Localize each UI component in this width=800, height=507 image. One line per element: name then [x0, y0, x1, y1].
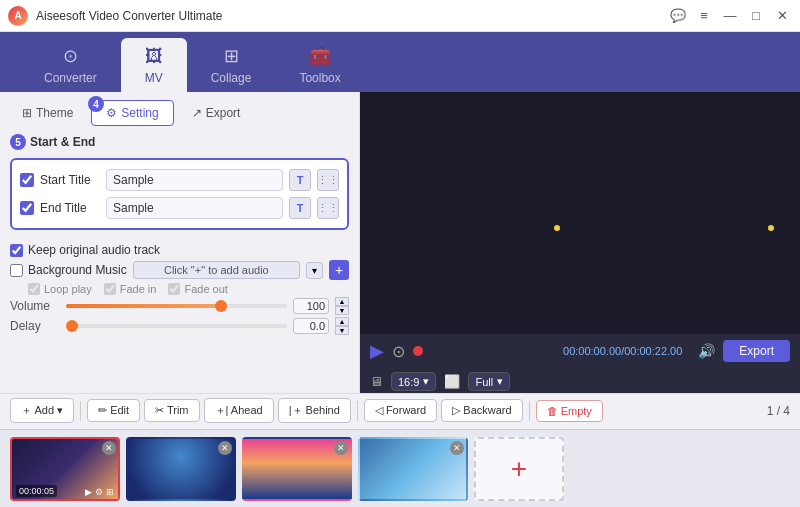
fade-in-checkbox[interactable] — [104, 283, 116, 295]
start-title-checkbox[interactable] — [20, 173, 34, 187]
start-title-label: Start Title — [40, 173, 100, 187]
backward-button[interactable]: ▷ Backward — [441, 399, 522, 422]
subtab-export[interactable]: ↗ Export — [178, 101, 255, 125]
delay-track[interactable] — [66, 324, 287, 328]
forward-button[interactable]: ◁ Forward — [364, 399, 437, 422]
start-title-input[interactable] — [106, 169, 283, 191]
behind-button[interactable]: |＋ Behind — [278, 398, 351, 423]
stop-button[interactable]: ⊙ — [392, 342, 405, 361]
converter-icon: ⊙ — [63, 45, 78, 67]
keep-audio-label[interactable]: Keep original audio track — [10, 243, 160, 257]
tab-mv[interactable]: 🖼 MV — [121, 38, 187, 92]
window-controls: 💬 ≡ — □ ✕ — [668, 6, 792, 26]
loop-play-checkbox[interactable] — [28, 283, 40, 295]
start-end-box: Start Title T ⋮⋮ End Title T ⋮⋮ — [10, 158, 349, 230]
start-title-grid-button[interactable]: ⋮⋮ — [317, 169, 339, 191]
tab-converter[interactable]: ⊙ Converter — [20, 38, 121, 92]
chat-button[interactable]: 💬 — [668, 6, 688, 26]
bg-music-checkbox[interactable] — [10, 264, 23, 277]
film-close-4[interactable]: ✕ — [450, 441, 464, 455]
film-crop-1[interactable]: ⊞ — [106, 487, 114, 497]
film-close-2[interactable]: ✕ — [218, 441, 232, 455]
film-thumb-3[interactable]: ✕ — [242, 437, 352, 501]
delay-value[interactable] — [293, 318, 329, 334]
add-audio-plus-button[interactable]: + — [329, 260, 349, 280]
aspect-select[interactable]: 16:9 ▾ — [391, 372, 436, 391]
keep-audio-checkbox[interactable] — [10, 244, 23, 257]
maximize-button[interactable]: □ — [746, 6, 766, 26]
export-preview-button[interactable]: Export — [723, 340, 790, 362]
full-select[interactable]: Full ▾ — [468, 372, 510, 391]
subtab-theme[interactable]: ⊞ Theme — [8, 101, 87, 125]
film-thumb-1[interactable]: 00:00:05 ✕ ▶ ⚙ ⊞ — [10, 437, 120, 501]
left-panel: ⊞ Theme 4 ⚙ Setting ↗ Export 5 Start & E… — [0, 92, 360, 395]
volume-fill — [66, 304, 221, 308]
bg-music-label[interactable]: Background Music — [10, 263, 127, 277]
delay-up[interactable]: ▲ — [335, 317, 349, 326]
bottom-toolbar: ＋ Add ▾ ✏ Edit ✂ Trim ＋| Ahead |＋ Behind… — [0, 393, 800, 427]
close-button[interactable]: ✕ — [772, 6, 792, 26]
volume-spinner: ▲ ▼ — [335, 297, 349, 315]
fullscreen-icon: ⬜ — [444, 374, 460, 389]
end-title-label: End Title — [40, 201, 100, 215]
separator-1 — [80, 401, 81, 421]
film-play-1[interactable]: ▶ — [85, 487, 92, 497]
end-title-checkbox[interactable] — [20, 201, 34, 215]
delay-down[interactable]: ▼ — [335, 326, 349, 335]
nav-tabs: ⊙ Converter 🖼 MV ⊞ Collage 🧰 Toolbox — [0, 32, 800, 92]
chevron-down-icon: ▾ — [423, 375, 429, 388]
add-button[interactable]: ＋ Add ▾ — [10, 398, 74, 423]
delay-label: Delay — [10, 319, 60, 333]
volume-track[interactable] — [66, 304, 287, 308]
preview-panel: ▶ ⊙ 00:00:00.00/00:00:22.00 🔊 Export 🖥 1… — [360, 92, 800, 395]
delay-row: Delay ▲ ▼ — [10, 317, 349, 335]
film-thumb-4[interactable]: ✕ — [358, 437, 468, 501]
film-time-1: 00:00:05 — [16, 485, 57, 497]
audio-dropdown[interactable]: ▾ — [306, 262, 323, 279]
empty-button[interactable]: 🗑 Empty — [536, 400, 603, 422]
app-title: Aiseesoft Video Converter Ultimate — [36, 9, 668, 23]
app-logo: A — [8, 6, 28, 26]
start-title-text-button[interactable]: T — [289, 169, 311, 191]
film-thumb-2[interactable]: ✕ — [126, 437, 236, 501]
volume-thumb[interactable] — [215, 300, 227, 312]
end-title-text-button[interactable]: T — [289, 197, 311, 219]
tab-toolbox[interactable]: 🧰 Toolbox — [275, 38, 364, 92]
bg-music-row: Background Music Click "+" to add audio … — [10, 260, 349, 280]
trim-button[interactable]: ✂ Trim — [144, 399, 199, 422]
fade-out-checkbox[interactable] — [168, 283, 180, 295]
film-settings-1[interactable]: ⚙ — [95, 487, 103, 497]
sub-tabs: ⊞ Theme 4 ⚙ Setting ↗ Export — [0, 92, 359, 130]
add-audio-button[interactable]: Click "+" to add audio — [133, 261, 300, 279]
time-display: 00:00:00.00/00:00:22.00 — [563, 345, 682, 357]
tab-collage[interactable]: ⊞ Collage — [187, 38, 276, 92]
start-title-row: Start Title T ⋮⋮ — [20, 166, 339, 194]
page-count: 1 / 4 — [767, 404, 790, 418]
film-controls-1: ▶ ⚙ ⊞ — [85, 487, 114, 497]
mv-icon: 🖼 — [145, 46, 163, 67]
end-title-row: End Title T ⋮⋮ — [20, 194, 339, 222]
menu-button[interactable]: ≡ — [694, 6, 714, 26]
titlebar: A Aiseesoft Video Converter Ultimate 💬 ≡… — [0, 0, 800, 32]
volume-down[interactable]: ▼ — [335, 306, 349, 315]
volume-row: Volume ▲ ▼ — [10, 297, 349, 315]
volume-up[interactable]: ▲ — [335, 297, 349, 306]
play-button[interactable]: ▶ — [370, 340, 384, 362]
monitor-icon: 🖥 — [370, 374, 383, 389]
ahead-button[interactable]: ＋| Ahead — [204, 398, 274, 423]
filmstrip: 00:00:05 ✕ ▶ ⚙ ⊞ ✕ ✕ ✕ + — [0, 429, 800, 507]
add-film-button[interactable]: + — [474, 437, 564, 501]
film-close-1[interactable]: ✕ — [102, 441, 116, 455]
minimize-button[interactable]: — — [720, 6, 740, 26]
film-close-3[interactable]: ✕ — [334, 441, 348, 455]
badge-4: 4 — [88, 96, 104, 112]
edit-button[interactable]: ✏ Edit — [87, 399, 140, 422]
volume-value[interactable] — [293, 298, 329, 314]
keep-audio-row: Keep original audio track — [10, 243, 349, 257]
end-title-grid-button[interactable]: ⋮⋮ — [317, 197, 339, 219]
delay-thumb[interactable] — [66, 320, 78, 332]
volume-icon[interactable]: 🔊 — [698, 343, 715, 359]
theme-icon: ⊞ — [22, 106, 32, 120]
aspect-row: 🖥 16:9 ▾ ⬜ Full ▾ — [360, 368, 800, 395]
end-title-input[interactable] — [106, 197, 283, 219]
